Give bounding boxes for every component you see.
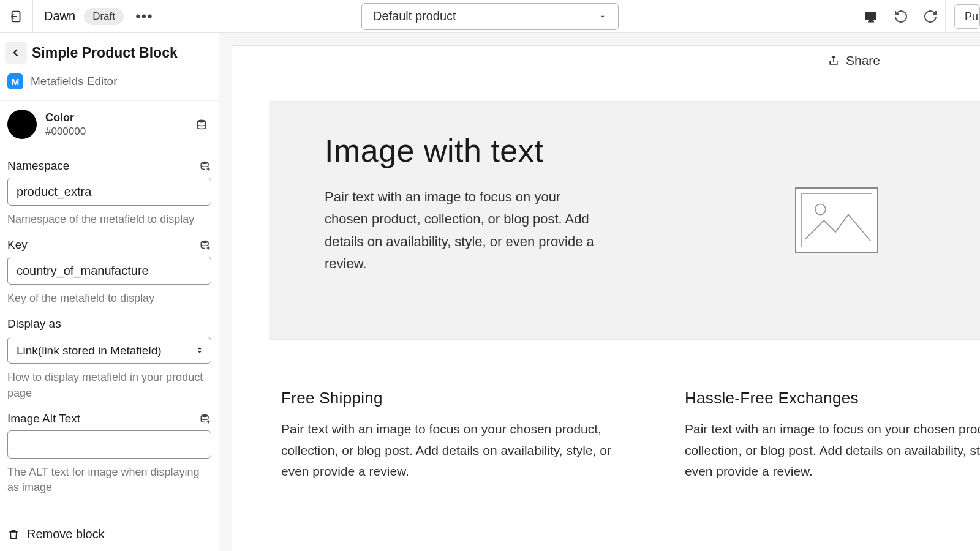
key-field: Key Key of the metafield to display <box>7 227 211 306</box>
app-name: Metafields Editor <box>31 75 118 88</box>
color-value: #000000 <box>45 126 195 138</box>
preview-canvas: Share Image with text Pair text with an … <box>219 33 980 551</box>
svg-point-7 <box>201 241 208 243</box>
settings-sidebar: Simple Product Block M Metafields Editor… <box>0 33 219 551</box>
image-alt-input[interactable] <box>7 430 211 459</box>
image-alt-label: Image Alt Text <box>7 412 80 425</box>
remove-block-label: Remove block <box>27 527 105 541</box>
share-icon <box>827 54 840 67</box>
color-label: Color <box>45 111 195 124</box>
desktop-icon <box>864 9 878 24</box>
ellipsis-icon: ••• <box>135 9 153 24</box>
display-as-field: Display as Link(link stored in Metafield… <box>7 306 211 400</box>
preview-frame: Share Image with text Pair text with an … <box>232 45 980 551</box>
iwt-image-column <box>659 102 980 339</box>
image-alt-field: Image Alt Text The ALT text for image wh… <box>7 401 211 495</box>
share-label: Share <box>846 53 880 68</box>
topbar-right: Publish <box>856 0 980 33</box>
column-free-shipping: Free Shipping Pair text with an image to… <box>281 389 611 482</box>
redo-button[interactable] <box>916 0 945 33</box>
iwt-text-column: Image with text Pair text with an image … <box>270 102 659 339</box>
svg-point-9 <box>815 204 826 214</box>
svg-point-6 <box>201 162 208 164</box>
key-input[interactable] <box>7 257 211 285</box>
undo-icon <box>894 9 908 24</box>
column-body: Pair text with an image to focus on your… <box>685 419 980 482</box>
undo-button[interactable] <box>886 0 916 33</box>
caret-down-icon <box>598 12 607 21</box>
multicolumn-section: Free Shipping Pair text with an image to… <box>281 389 980 482</box>
svg-point-8 <box>201 414 208 417</box>
key-label: Key <box>7 238 28 252</box>
svg-point-5 <box>197 120 205 123</box>
dynamic-source-icon[interactable] <box>195 118 208 130</box>
back-button[interactable] <box>5 42 27 64</box>
draft-badge: Draft <box>84 8 124 25</box>
column-title: Free Shipping <box>281 389 611 408</box>
chevron-left-icon <box>10 47 21 58</box>
namespace-input[interactable] <box>7 178 211 206</box>
display-as-label: Display as <box>7 317 61 331</box>
svg-rect-4 <box>868 21 874 23</box>
more-actions-button[interactable]: ••• <box>132 4 157 29</box>
app-row: M Metafields Editor <box>0 70 219 100</box>
trash-icon <box>7 528 20 541</box>
display-as-help: How to display metafield in your product… <box>7 370 211 400</box>
color-swatch[interactable] <box>7 110 37 139</box>
remove-block-button[interactable]: Remove block <box>0 517 219 551</box>
namespace-help: Namespace of the metafield to display <box>7 212 211 227</box>
color-labels: Color #000000 <box>45 111 195 138</box>
namespace-field: Namespace Namespace of the metafield to … <box>7 148 211 227</box>
color-setting[interactable]: Color #000000 <box>7 101 211 148</box>
block-title: Simple Product Block <box>32 45 178 61</box>
viewport-desktop-button[interactable] <box>856 0 886 33</box>
image-with-text-section: Image with text Pair text with an image … <box>269 101 980 340</box>
iwt-title: Image with text <box>325 132 622 169</box>
dynamic-source-add-icon[interactable] <box>199 239 211 251</box>
key-help: Key of the metafield to display <box>7 291 211 306</box>
exit-editor-button[interactable] <box>0 0 33 33</box>
column-title: Hassle-Free Exchanges <box>685 389 980 408</box>
display-as-select[interactable]: Link(link stored in Metafield) <box>7 337 211 364</box>
image-placeholder <box>795 187 878 253</box>
share-button[interactable]: Share <box>827 53 880 68</box>
topbar: Dawn Draft ••• Default product Publish <box>0 0 980 33</box>
redo-icon <box>923 9 938 24</box>
template-select-value: Default product <box>373 9 456 23</box>
publish-label: Publish <box>965 10 980 23</box>
sidebar-body: Color #000000 Namespace Namespace of the… <box>0 100 219 517</box>
topbar-center: Default product <box>361 3 619 30</box>
theme-name: Dawn <box>33 9 84 23</box>
svg-rect-2 <box>865 12 876 20</box>
app-badge-icon: M <box>7 73 23 89</box>
namespace-label: Namespace <box>7 159 69 173</box>
image-placeholder-icon <box>802 194 872 247</box>
dynamic-source-add-icon[interactable] <box>199 413 211 425</box>
divider <box>945 0 946 33</box>
column-body: Pair text with an image to focus on your… <box>281 419 611 482</box>
publish-button[interactable]: Publish <box>954 4 980 29</box>
svg-rect-3 <box>869 20 873 21</box>
iwt-body: Pair text with an image to focus on your… <box>325 186 594 275</box>
column-hassle-free-exchanges: Hassle-Free Exchanges Pair text with an … <box>685 389 980 482</box>
template-select[interactable]: Default product <box>361 3 619 30</box>
dynamic-source-add-icon[interactable] <box>199 160 211 172</box>
exit-icon <box>10 10 23 23</box>
image-alt-help: The ALT text for image when displaying a… <box>7 465 211 495</box>
topbar-left: Dawn Draft ••• <box>0 0 157 32</box>
sidebar-header: Simple Product Block <box>0 33 219 70</box>
